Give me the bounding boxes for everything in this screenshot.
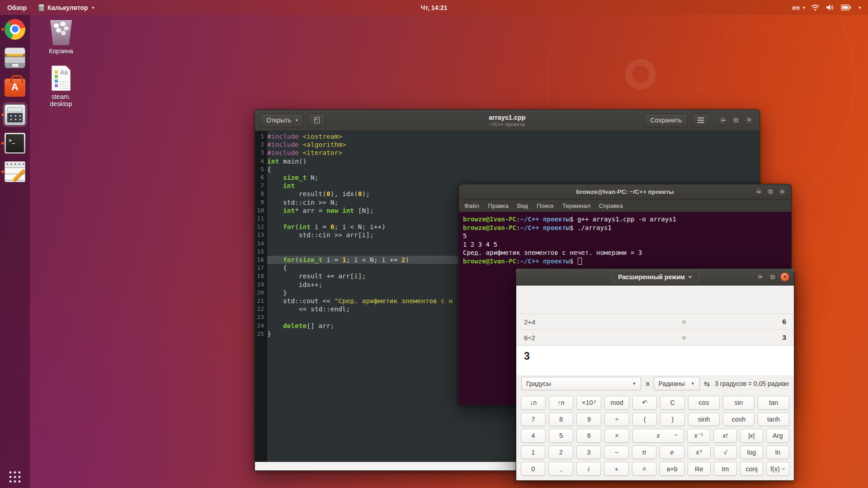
calc-key-variable-select[interactable]: x — [632, 429, 684, 443]
terminal-line: 1 2 3 4 5 — [463, 240, 787, 249]
close-button[interactable]: ✕ — [780, 272, 789, 282]
system-menu-chevron-icon[interactable]: ▾ — [859, 5, 861, 10]
terminal-line: Сред. арифметик элементов с нечет. номер… — [463, 249, 787, 257]
calc-key-inverse[interactable]: x−1 — [687, 429, 710, 443]
calc-key-clear[interactable]: C — [660, 396, 685, 410]
code-line-3[interactable]: 3#include <iterator> — [255, 149, 760, 157]
code-line-1[interactable]: 1#include <iostream> — [255, 132, 760, 141]
show-applications-button[interactable] — [9, 471, 21, 483]
calc-key-exponent[interactable]: ×10y — [576, 396, 601, 410]
calc-key-pi[interactable]: π — [632, 446, 656, 460]
dock-item-ubuntu-software[interactable] — [0, 72, 30, 100]
desktop-icon-trash[interactable]: Корзина — [42, 18, 80, 55]
calc-key-imaginary[interactable]: i — [576, 462, 601, 476]
activities-button[interactable]: Обзор — [7, 4, 27, 11]
desktop-icon-text-file[interactable]: steam.desktop — [42, 66, 80, 108]
close-button[interactable]: ✕ — [778, 188, 787, 196]
to-unit-select[interactable]: Радианы▼ — [654, 377, 700, 390]
calc-key-sinh[interactable]: sinh — [688, 413, 720, 427]
calc-key-6[interactable]: 6 — [576, 429, 601, 443]
mode-selector-button[interactable]: Расширенный режим — [611, 271, 699, 283]
dock-item-chrome[interactable] — [0, 15, 30, 43]
calc-key-tanh[interactable]: tanh — [758, 413, 789, 427]
calc-key-0[interactable]: 0 — [521, 462, 545, 476]
save-button[interactable]: Сохранить — [644, 113, 688, 127]
clock[interactable]: Чт, 14:21 — [420, 0, 447, 15]
calc-key-power[interactable]: xy — [688, 446, 711, 460]
calc-key-tan[interactable]: tan — [758, 396, 789, 410]
code-line-4[interactable]: 4int main() — [255, 157, 760, 165]
line-number: 21 — [255, 297, 267, 305]
calc-key-decimal[interactable]: , — [548, 462, 573, 476]
calc-key-divide[interactable]: ÷ — [604, 413, 629, 427]
maximize-button[interactable] — [768, 272, 777, 282]
keyboard-layout-indicator[interactable]: en ▾ — [793, 4, 805, 11]
new-document-button[interactable] — [308, 113, 326, 127]
calc-key-9[interactable]: 9 — [576, 413, 601, 427]
calc-key-im[interactable]: Im — [714, 462, 737, 476]
swap-units-icon[interactable]: ⇆ — [704, 380, 710, 388]
calc-key-close-paren[interactable]: ) — [660, 413, 685, 427]
calc-key-7[interactable]: 7 — [521, 413, 546, 427]
terminal-titlebar[interactable]: browze@Ivan-PC: ~/C++ проекты ✕ — [459, 184, 791, 200]
dock-item-terminal[interactable] — [0, 129, 30, 157]
from-unit-select[interactable]: Градусы▼ — [521, 377, 641, 390]
calc-key-conj[interactable]: conj — [740, 462, 763, 476]
wifi-icon[interactable] — [811, 4, 820, 11]
calc-key-equals[interactable]: = — [632, 462, 656, 476]
current-entry[interactable]: 3 — [516, 345, 794, 375]
calc-key-↑n[interactable]: ↑n — [549, 396, 574, 410]
calc-key-cosh[interactable]: cosh — [723, 413, 755, 427]
calc-key-mod[interactable]: mod — [604, 396, 629, 410]
calc-key-subtract[interactable]: − — [604, 446, 628, 460]
calc-key-factorial[interactable]: x! — [713, 429, 736, 443]
history-row[interactable]: 6÷2=3 — [516, 329, 794, 345]
app-menu-button[interactable]: Калькулятор ▾ — [38, 4, 94, 11]
calc-key-absolute[interactable]: |x| — [740, 429, 763, 443]
code-line-5[interactable]: 5{ — [255, 165, 760, 174]
calc-key-function-select[interactable]: f(x) — [766, 462, 789, 476]
maximize-button[interactable] — [731, 116, 741, 125]
code-line-6[interactable]: 6 size_t N; — [255, 174, 760, 182]
close-button[interactable]: ✕ — [745, 116, 754, 125]
menu-Файл[interactable]: Файл — [464, 202, 479, 209]
open-button[interactable]: Открыть ▾ — [260, 113, 304, 127]
calc-key-ln[interactable]: ln — [766, 446, 789, 460]
menu-Справка[interactable]: Справка — [599, 202, 623, 209]
history-row[interactable]: 2+4=6 — [516, 314, 794, 329]
menu-Вид[interactable]: Вид — [517, 202, 528, 209]
calc-key-5[interactable]: 5 — [549, 429, 574, 443]
calc-key-1[interactable]: 1 — [521, 446, 545, 460]
calc-key-sqrt[interactable]: √ — [714, 446, 737, 460]
calc-key-euler[interactable]: e — [660, 446, 684, 460]
calc-key-↓n[interactable]: ↓n — [521, 396, 546, 410]
calc-key-undo[interactable]: ↶ — [632, 396, 657, 410]
dock-item-files[interactable] — [0, 43, 30, 72]
calc-key-ab-multiply[interactable]: a×b — [660, 462, 684, 476]
calc-key-add[interactable]: + — [604, 462, 628, 476]
maximize-button[interactable] — [766, 188, 775, 196]
volume-icon[interactable] — [826, 4, 835, 11]
dock-item-calculator[interactable] — [0, 100, 30, 129]
minimize-button[interactable] — [755, 188, 763, 196]
code-line-2[interactable]: 2#include <algorithm> — [255, 141, 760, 149]
calc-key-4[interactable]: 4 — [521, 429, 546, 443]
dock-item-text-editor[interactable] — [0, 157, 30, 186]
minimize-button[interactable] — [756, 272, 765, 282]
menu-button[interactable] — [692, 113, 709, 127]
calc-key-cos[interactable]: cos — [688, 396, 720, 410]
calc-key-open-paren[interactable]: ( — [632, 413, 657, 427]
minimize-button[interactable] — [718, 116, 728, 125]
calc-key-multiply[interactable]: × — [604, 429, 629, 443]
menu-Правка[interactable]: Правка — [488, 202, 509, 209]
calc-key-log[interactable]: log — [740, 446, 763, 460]
calc-key-8[interactable]: 8 — [549, 413, 574, 427]
menu-Поиск[interactable]: Поиск — [537, 202, 553, 209]
calc-key-re[interactable]: Re — [688, 462, 711, 476]
calc-key-sin[interactable]: sin — [723, 396, 755, 410]
calc-key-arg[interactable]: Arg — [766, 429, 789, 443]
battery-icon[interactable] — [841, 5, 851, 10]
calc-key-3[interactable]: 3 — [576, 446, 601, 460]
calc-key-2[interactable]: 2 — [548, 446, 573, 460]
menu-Терминал[interactable]: Терминал — [562, 202, 590, 209]
